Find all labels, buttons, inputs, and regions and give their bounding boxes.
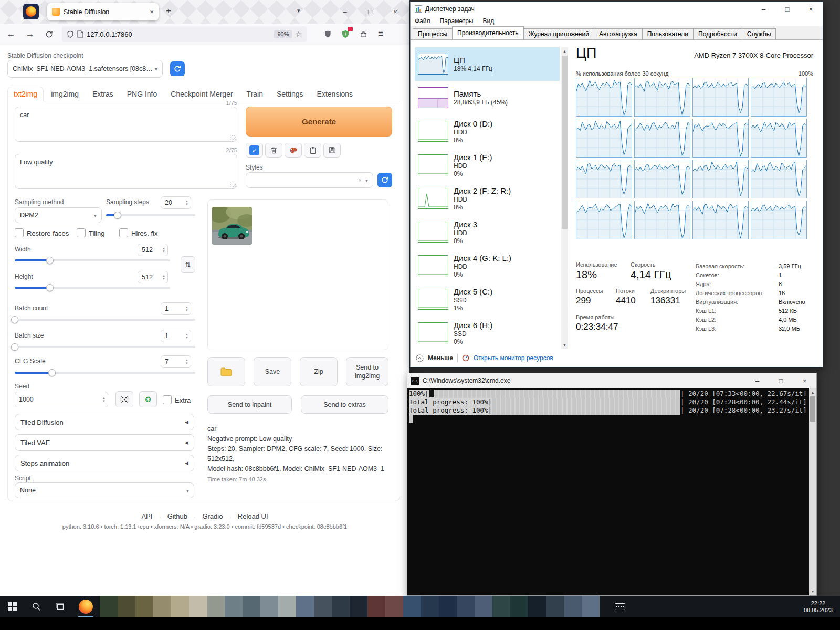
maximize-button[interactable]: □: [775, 2, 799, 16]
taskmgr-tab-6[interactable]: Службы: [742, 28, 776, 39]
menu-view[interactable]: Вид: [482, 17, 494, 25]
height-slider[interactable]: [15, 287, 170, 289]
console-output[interactable]: 100%|| 20/20 [07:33<00:00, 22.67s/it]Tot…: [407, 388, 809, 595]
active-tab[interactable]: Stable Diffusion ×: [47, 3, 159, 20]
taskbar-thumbnail-27[interactable]: [582, 596, 600, 617]
checkpoint-dropdown[interactable]: ChiMix_SF1-NED-AOM3_1.safetensors [08c8b…: [7, 60, 163, 78]
taskmgr-sidebar-item-3[interactable]: Диск 1 (E:)HDD0%: [415, 148, 560, 182]
maximize-button[interactable]: □: [359, 0, 381, 24]
zip-button[interactable]: Zip: [300, 357, 338, 386]
reload-button[interactable]: [41, 27, 57, 41]
forward-button[interactable]: →: [22, 27, 38, 41]
menu-file[interactable]: Файл: [415, 17, 430, 25]
new-tab-button[interactable]: +: [166, 6, 171, 16]
batch-count-input[interactable]: 1▴▾: [161, 302, 191, 315]
seed-input[interactable]: [15, 396, 100, 403]
back-button[interactable]: ←: [3, 27, 19, 41]
taskbar-thumbnail-20[interactable]: [457, 596, 475, 617]
taskbar-thumbnail-9[interactable]: [260, 596, 278, 617]
start-button[interactable]: [0, 596, 24, 617]
close-button[interactable]: ×: [793, 373, 816, 388]
taskbar-thumbnail-25[interactable]: [546, 596, 564, 617]
tiling-checkbox[interactable]: [77, 228, 86, 237]
tab-extras[interactable]: Extras: [86, 87, 120, 101]
taskmgr-tab-3[interactable]: Автозагрузка: [594, 28, 643, 39]
page-info-icon[interactable]: [77, 30, 83, 38]
footer-link-gradio[interactable]: Gradio: [202, 512, 223, 520]
taskbar-thumbnail-6[interactable]: [207, 596, 225, 617]
spinner-icon[interactable]: ▴▾: [183, 359, 191, 365]
sidebar-scrollbar[interactable]: ▲ ▼: [561, 47, 568, 349]
slider-handle[interactable]: [48, 369, 56, 376]
tab-img2img[interactable]: img2img: [45, 87, 85, 101]
taskmgr-sidebar-item-2[interactable]: Диск 0 (D:)HDD0%: [415, 114, 560, 148]
taskbar-thumbnail-15[interactable]: [368, 596, 385, 617]
tab-train[interactable]: Train: [240, 87, 269, 101]
taskbar-thumbnail-8[interactable]: [243, 596, 260, 617]
cfg-scale-slider[interactable]: [15, 372, 195, 374]
restore-faces-checkbox[interactable]: [15, 228, 24, 237]
slider-handle[interactable]: [11, 316, 18, 323]
extra-networks-button[interactable]: [285, 143, 302, 158]
open-folder-button[interactable]: [207, 357, 245, 386]
width-input[interactable]: 512▴▾: [138, 244, 168, 256]
scroll-down-icon[interactable]: ▼: [809, 587, 816, 595]
taskbar-thumbnail-5[interactable]: [189, 596, 207, 617]
sampling-steps-input[interactable]: 20▴▾: [161, 196, 191, 209]
taskbar-clock[interactable]: 22:22 08.05.2023: [804, 596, 833, 617]
taskbar-thumbnail-22[interactable]: [492, 596, 510, 617]
taskmgr-sidebar-item-1[interactable]: Память28,8/63,9 ГБ (45%): [415, 81, 560, 114]
minimize-button[interactable]: –: [752, 2, 775, 16]
styles-dropdown[interactable]: × ▾: [246, 172, 373, 188]
footer-link-github[interactable]: Github: [167, 512, 187, 520]
taskmgr-tab-5[interactable]: Подробности: [693, 28, 742, 39]
scroll-down-icon[interactable]: ▼: [561, 341, 568, 349]
clear-styles-icon[interactable]: ×: [359, 177, 362, 183]
menu-button[interactable]: ≡: [373, 27, 388, 41]
zoom-indicator[interactable]: 90%: [274, 30, 292, 38]
search-button[interactable]: [24, 596, 48, 617]
less-button[interactable]: Меньше: [428, 354, 453, 362]
height-input[interactable]: 512▴▾: [138, 271, 168, 284]
refresh-checkpoint-button[interactable]: [170, 61, 185, 76]
taskbar-thumbnail-16[interactable]: [385, 596, 403, 617]
send-to-inpaint-button[interactable]: Send to inpaint: [207, 395, 292, 414]
minimize-button[interactable]: –: [746, 373, 769, 388]
negative-prompt-input[interactable]: Low quality: [15, 154, 237, 189]
taskbar-thumbnail-11[interactable]: [296, 596, 314, 617]
footer-link-api[interactable]: API: [141, 512, 152, 520]
open-resource-monitor-link[interactable]: Открыть монитор ресурсов: [474, 354, 553, 362]
menu-options[interactable]: Параметры: [440, 17, 474, 25]
url-bar[interactable]: 127.0.0.1:7860 90% ☆: [62, 26, 307, 42]
tab-txt2img[interactable]: txt2img: [7, 87, 44, 101]
browser-titlebar[interactable]: Stable Diffusion × + ▾ – □ ×: [0, 0, 410, 24]
prompt-input[interactable]: car: [15, 107, 237, 142]
slider-handle[interactable]: [11, 343, 18, 351]
taskmgr-sidebar-item-5[interactable]: Диск 3HDD0%: [415, 215, 560, 249]
taskbar-thumbnail-7[interactable]: [225, 596, 243, 617]
taskbar-thumbnail-23[interactable]: [510, 596, 528, 617]
slider-handle[interactable]: [46, 257, 54, 264]
tiled-diffusion-accordion[interactable]: Tiled Diffusion◀: [15, 414, 194, 430]
taskbar-thumbnail-13[interactable]: [332, 596, 350, 617]
taskbar-thumbnail-14[interactable]: [350, 596, 368, 617]
slider-handle[interactable]: [114, 212, 121, 219]
seed-input-box[interactable]: ▴▾: [15, 392, 108, 407]
taskmgr-sidebar-item-6[interactable]: Диск 4 (G: K: L:)HDD0%: [415, 249, 560, 282]
spinner-icon[interactable]: ▴▾: [183, 333, 191, 339]
tab-settings[interactable]: Settings: [270, 87, 310, 101]
cmd-titlebar[interactable]: C:\ C:\Windows\system32\cmd.exe – □ ×: [407, 373, 816, 388]
maximize-button[interactable]: □: [769, 373, 793, 388]
random-seed-button[interactable]: [116, 391, 133, 407]
url-text[interactable]: 127.0.0.1:7860: [87, 30, 271, 38]
close-button[interactable]: ×: [384, 0, 406, 24]
tab-checkpoint-merger[interactable]: Checkpoint Merger: [164, 87, 239, 101]
firefox-taskbar-button[interactable]: [74, 596, 98, 617]
tracking-protection-shield-icon[interactable]: [67, 30, 74, 38]
taskbar-thumbnail-10[interactable]: [278, 596, 296, 617]
width-slider[interactable]: [15, 259, 170, 261]
taskmgr-sidebar-item-4[interactable]: Диск 2 (F: Z: R:)HDD0%: [415, 182, 560, 215]
taskmgr-sidebar-item-7[interactable]: Диск 5 (C:)SSD1%: [415, 282, 560, 316]
taskbar-thumbnail-21[interactable]: [475, 596, 492, 617]
taskbar-thumbnail-24[interactable]: [528, 596, 546, 617]
